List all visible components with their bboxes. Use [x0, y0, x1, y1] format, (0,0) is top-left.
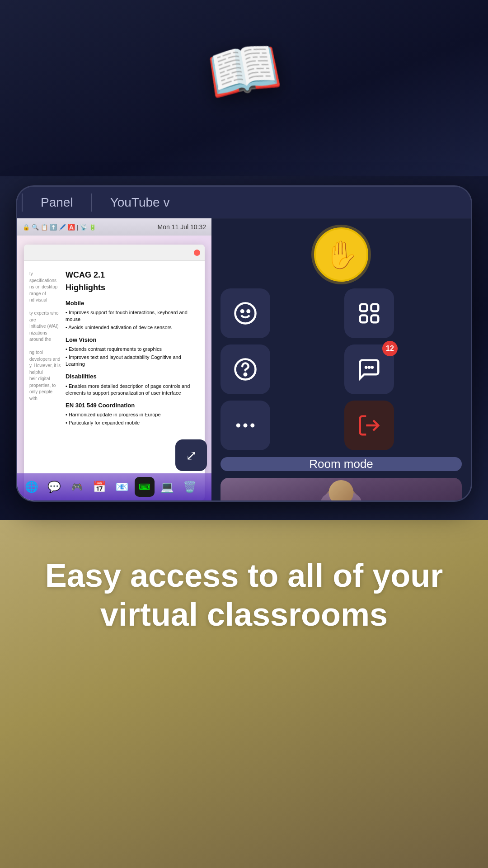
svg-point-7	[244, 373, 247, 376]
control-grid: 12	[221, 288, 462, 450]
more-icon	[233, 413, 258, 438]
doc-lv-p2: • Improves text and layout adaptability …	[66, 354, 197, 368]
doc-lv-p1: • Extends contrast requirements to graph…	[66, 346, 197, 353]
tablet-section: Panel YouTube v 🔒🔍📋⬆️🖊️🅰️ | 📡🔋 Mon 11 Ju…	[0, 176, 488, 520]
dock-mail[interactable]: 📧	[112, 477, 132, 497]
grid-icon	[357, 301, 381, 326]
doc-heading: WCAG 2.1Highlights	[66, 269, 197, 294]
dock-discord[interactable]: 💬	[44, 477, 64, 497]
video-preview	[221, 478, 462, 500]
doc-section-en301: EN 301 549 Coordination	[66, 401, 197, 410]
expand-icon: ⤢	[186, 448, 197, 463]
exit-icon	[357, 413, 381, 438]
doc-section-lowvision: Low Vision	[66, 335, 197, 344]
help-button[interactable]	[221, 344, 270, 394]
hand-raise-button[interactable]: ✋	[314, 227, 368, 282]
tab-panel[interactable]: Panel	[27, 195, 87, 210]
svg-point-11	[236, 424, 240, 428]
svg-point-2	[248, 310, 250, 312]
doc-en-p2: • Particularly for expanded mobile	[66, 420, 197, 426]
chat-icon	[357, 357, 381, 382]
exit-button[interactable]	[344, 401, 394, 450]
doc-section-disabilities: Disabilities	[66, 372, 197, 381]
dock-trash[interactable]: 🗑️	[180, 477, 200, 497]
dock-cal[interactable]: 📅	[89, 477, 109, 497]
doc-dis-p1: • Enables more detailed description of p…	[66, 383, 197, 397]
macos-dock: 🌐 💬 🎮 📅 📧 ⌨ 💻 🗑️	[17, 473, 211, 500]
macos-menu-time: Mon 11 Jul 10:32	[158, 223, 206, 231]
expand-button[interactable]: ⤢	[175, 439, 207, 471]
headline-line2: virtual classrooms	[100, 596, 388, 632]
tablet-content: 🔒🔍📋⬆️🖊️🅰️ | 📡🔋 Mon 11 Jul 10:32	[17, 218, 471, 500]
emoji-button[interactable]	[221, 288, 270, 338]
dock-finder[interactable]: 💻	[157, 477, 177, 497]
svg-rect-6	[371, 316, 379, 323]
doc-section-mobile: Mobile	[66, 299, 197, 308]
tab-youtube[interactable]: YouTube v	[97, 195, 183, 210]
svg-point-1	[241, 310, 244, 312]
tablet-frame: Panel YouTube v 🔒🔍📋⬆️🖊️🅰️ | 📡🔋 Mon 11 Ju…	[16, 185, 472, 502]
svg-rect-5	[360, 316, 367, 323]
emoji-icon	[233, 301, 258, 326]
doc-mobile-p2: • Avoids unintended activation of device…	[66, 324, 197, 331]
bottom-headline: Easy access to all of your virtual class…	[45, 556, 443, 634]
svg-point-9	[368, 366, 371, 369]
bottom-section: Easy access to all of your virtual class…	[0, 520, 488, 868]
tab-bar: Panel YouTube v	[17, 187, 471, 218]
dock-term[interactable]: ⌨	[135, 477, 155, 497]
book-emoji: 📖	[202, 30, 286, 111]
chat-badge: 12	[382, 341, 398, 356]
macos-titlebar: 🔒🔍📋⬆️🖊️🅰️ | 📡🔋 Mon 11 Jul 10:32	[17, 218, 211, 236]
tab-divider-mid	[91, 193, 92, 212]
svg-point-0	[235, 303, 256, 324]
doc-en-p1: • Harmonized update in progress in Europ…	[66, 411, 197, 418]
doc-close-btn[interactable]	[194, 250, 200, 256]
more-options-button[interactable]	[221, 401, 270, 450]
participants-button[interactable]	[344, 288, 394, 338]
doc-content: ty specificationsns on desktoprange ofnd…	[24, 261, 205, 435]
tab-divider-left	[22, 193, 23, 212]
question-icon	[233, 357, 258, 382]
doc-mobile-p1: • Improves support for touch interaction…	[66, 309, 197, 323]
doc-titlebar	[24, 245, 205, 261]
svg-point-8	[365, 366, 368, 369]
macos-screen: 🔒🔍📋⬆️🖊️🅰️ | 📡🔋 Mon 11 Jul 10:32	[17, 218, 211, 500]
svg-point-13	[250, 424, 254, 428]
svg-rect-3	[360, 304, 367, 311]
svg-point-10	[371, 366, 374, 369]
room-mode-button[interactable]: Room mode	[221, 457, 462, 471]
svg-point-12	[244, 424, 248, 428]
top-section: 📖	[0, 0, 488, 176]
dock-discord2[interactable]: 🎮	[67, 477, 87, 497]
headline-line1: Easy access to all of your	[45, 557, 443, 594]
svg-rect-4	[371, 304, 379, 311]
chat-button[interactable]: 12	[344, 344, 394, 394]
control-panel: ✋	[211, 218, 471, 500]
dock-chrome[interactable]: 🌐	[22, 477, 42, 497]
